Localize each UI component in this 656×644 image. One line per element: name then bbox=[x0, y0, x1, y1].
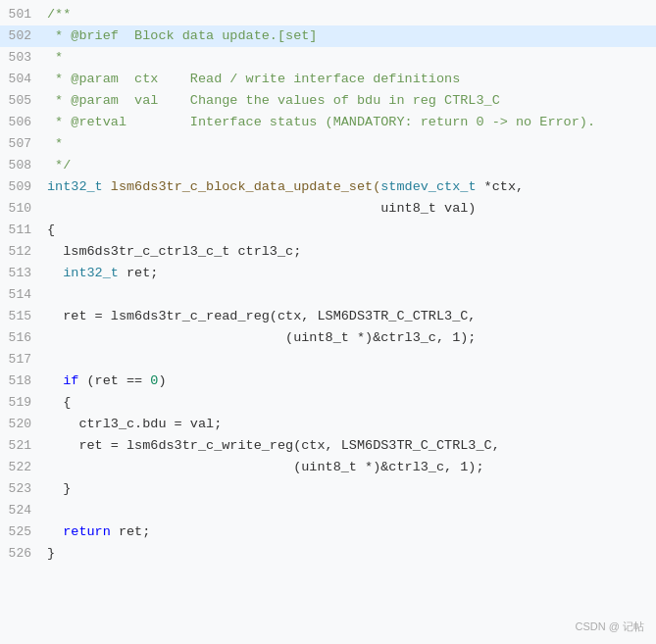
code-token: ret = lsm6ds3tr_c_write_reg(ctx, LSM6DS3… bbox=[47, 438, 500, 453]
line-content: ret = lsm6ds3tr_c_write_reg(ctx, LSM6DS3… bbox=[47, 435, 656, 457]
line-number: 522 bbox=[0, 458, 47, 478]
line-content: { bbox=[47, 220, 656, 241]
code-token: ) bbox=[158, 373, 166, 388]
table-row: 526} bbox=[0, 543, 656, 565]
table-row: 518 if (ret == 0) bbox=[0, 371, 656, 392]
line-number: 512 bbox=[0, 242, 47, 263]
table-row: 508 */ bbox=[0, 155, 656, 176]
code-token: * @param val Change the values of bdu in… bbox=[47, 93, 500, 108]
code-token: { bbox=[47, 223, 55, 237]
line-content: * bbox=[47, 47, 656, 69]
table-row: 521 ret = lsm6ds3tr_c_write_reg(ctx, LSM… bbox=[0, 435, 656, 457]
line-number: 518 bbox=[0, 372, 47, 392]
line-number: 521 bbox=[0, 436, 47, 457]
line-number: 506 bbox=[0, 113, 47, 133]
line-number: 516 bbox=[0, 328, 47, 349]
code-token: * @param ctx Read / write interface defi… bbox=[47, 72, 460, 86]
table-row: 509int32_t lsm6ds3tr_c_block_data_update… bbox=[0, 176, 656, 198]
table-row: 513 int32_t ret; bbox=[0, 263, 656, 284]
line-number: 504 bbox=[0, 70, 47, 90]
table-row: 506 * @retval Interface status (MANDATOR… bbox=[0, 112, 656, 133]
table-row: 522 (uint8_t *)&ctrl3_c, 1); bbox=[0, 457, 656, 478]
line-number: 513 bbox=[0, 264, 47, 284]
code-viewer: 501/**502 * @brief Block data update.[se… bbox=[0, 0, 656, 644]
line-number: 511 bbox=[0, 221, 47, 241]
line-number: 509 bbox=[0, 177, 47, 198]
code-token bbox=[47, 373, 63, 388]
line-number: 514 bbox=[0, 285, 47, 306]
table-row: 517 bbox=[0, 349, 656, 371]
line-content bbox=[47, 500, 656, 521]
line-content: * @param ctx Read / write interface defi… bbox=[47, 69, 656, 90]
line-number: 524 bbox=[0, 501, 47, 521]
code-token: int32_t bbox=[47, 179, 103, 194]
line-content: */ bbox=[47, 155, 656, 176]
line-number: 520 bbox=[0, 415, 47, 435]
line-number: 505 bbox=[0, 91, 47, 112]
line-content: if (ret == 0) bbox=[47, 371, 656, 392]
table-row: 523 } bbox=[0, 478, 656, 500]
code-lines: 501/**502 * @brief Block data update.[se… bbox=[0, 4, 656, 565]
line-number: 510 bbox=[0, 199, 47, 220]
line-content: ret = lsm6ds3tr_c_read_reg(ctx, LSM6DS3T… bbox=[47, 306, 656, 327]
line-content: * bbox=[47, 133, 656, 155]
line-content: lsm6ds3tr_c_ctrl3_c_t ctrl3_c; bbox=[47, 241, 656, 263]
table-row: 524 bbox=[0, 500, 656, 521]
code-token: (uint8_t *)&ctrl3_c, 1); bbox=[47, 330, 476, 345]
line-number: 502 bbox=[0, 26, 47, 47]
table-row: 503 * bbox=[0, 47, 656, 69]
line-content: (uint8_t *)&ctrl3_c, 1); bbox=[47, 327, 656, 349]
code-token: } bbox=[47, 481, 71, 496]
code-token: { bbox=[47, 395, 71, 410]
code-token: ret; bbox=[111, 524, 151, 539]
line-content: * @retval Interface status (MANDATORY: r… bbox=[47, 112, 656, 133]
table-row: 515 ret = lsm6ds3tr_c_read_reg(ctx, LSM6… bbox=[0, 306, 656, 327]
line-content: } bbox=[47, 543, 656, 565]
code-token: uint8_t val) bbox=[47, 201, 476, 216]
line-content bbox=[47, 349, 656, 371]
table-row: 501/** bbox=[0, 4, 656, 25]
line-content: } bbox=[47, 478, 656, 500]
table-row: 507 * bbox=[0, 133, 656, 155]
line-number: 519 bbox=[0, 393, 47, 414]
line-content: int32_t lsm6ds3tr_c_block_data_update_se… bbox=[47, 176, 656, 198]
code-token: ctrl3_c.bdu = val; bbox=[47, 417, 222, 431]
table-row: 510 uint8_t val) bbox=[0, 198, 656, 220]
line-content: (uint8_t *)&ctrl3_c, 1); bbox=[47, 457, 656, 478]
table-row: 505 * @param val Change the values of bd… bbox=[0, 90, 656, 112]
code-token: *ctx, bbox=[476, 179, 524, 194]
code-token: lsm6ds3tr_c_block_data_update_set( bbox=[103, 179, 381, 194]
line-content: ctrl3_c.bdu = val; bbox=[47, 414, 656, 435]
line-number: 526 bbox=[0, 544, 47, 565]
code-token: /** bbox=[47, 7, 71, 22]
code-token: int32_t bbox=[47, 266, 119, 280]
line-content: * @brief Block data update.[set] bbox=[47, 25, 656, 47]
code-token: (uint8_t *)&ctrl3_c, 1); bbox=[47, 460, 484, 474]
code-token: } bbox=[47, 546, 55, 561]
code-token: * @retval Interface status (MANDATORY: r… bbox=[47, 115, 595, 129]
code-token: ret; bbox=[119, 266, 159, 280]
table-row: 512 lsm6ds3tr_c_ctrl3_c_t ctrl3_c; bbox=[0, 241, 656, 263]
line-content bbox=[47, 284, 656, 306]
table-row: 511{ bbox=[0, 220, 656, 241]
line-number: 523 bbox=[0, 479, 47, 500]
code-token: * @brief Block data update.[set] bbox=[47, 28, 317, 43]
line-number: 525 bbox=[0, 522, 47, 543]
line-number: 503 bbox=[0, 48, 47, 69]
code-token: lsm6ds3tr_c_ctrl3_c_t ctrl3_c; bbox=[47, 244, 301, 259]
watermark: CSDN @ 记帖 bbox=[576, 619, 644, 636]
code-token: * bbox=[47, 50, 63, 65]
table-row: 504 * @param ctx Read / write interface … bbox=[0, 69, 656, 90]
table-row: 514 bbox=[0, 284, 656, 306]
line-content: return ret; bbox=[47, 521, 656, 543]
table-row: 525 return ret; bbox=[0, 521, 656, 543]
line-number: 517 bbox=[0, 350, 47, 371]
table-row: 516 (uint8_t *)&ctrl3_c, 1); bbox=[0, 327, 656, 349]
line-number: 507 bbox=[0, 134, 47, 155]
code-token: ret = lsm6ds3tr_c_read_reg(ctx, LSM6DS3T… bbox=[47, 309, 476, 323]
line-content: * @param val Change the values of bdu in… bbox=[47, 90, 656, 112]
code-token: * bbox=[47, 136, 63, 151]
code-token: stmdev_ctx_t bbox=[380, 179, 476, 194]
line-content: int32_t ret; bbox=[47, 263, 656, 284]
line-number: 515 bbox=[0, 307, 47, 327]
